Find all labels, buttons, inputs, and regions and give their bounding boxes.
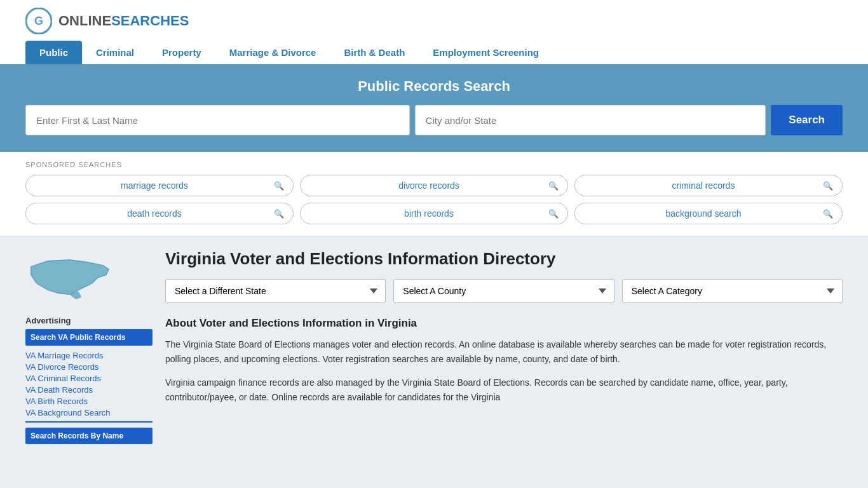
search-va-public-records-button[interactable]: Search VA Public Records bbox=[25, 329, 153, 346]
sidebar-link[interactable]: VA Marriage Records bbox=[25, 351, 153, 360]
sponsored-label: SPONSORED SEARCHES bbox=[25, 161, 843, 168]
pill-text: background search bbox=[584, 208, 823, 219]
sidebar-link[interactable]: VA Background Search bbox=[25, 408, 153, 417]
logo-area: G ONLINESEARCHES bbox=[25, 8, 843, 34]
sidebar-link[interactable]: VA Divorce Records bbox=[25, 362, 153, 372]
sidebar-link[interactable]: VA Death Records bbox=[25, 385, 153, 395]
nav-item-property[interactable]: Property bbox=[148, 41, 215, 64]
section1-title: About Voter and Elections Information in… bbox=[165, 317, 843, 330]
sidebar-link[interactable]: VA Criminal Records bbox=[25, 374, 153, 383]
svg-marker-2 bbox=[31, 260, 109, 294]
search-pill[interactable]: death records🔍 bbox=[25, 203, 294, 224]
logo-text: ONLINESEARCHES bbox=[58, 13, 189, 29]
search-icon: 🔍 bbox=[823, 209, 833, 219]
dropdowns-row: Select a Different State Select A County… bbox=[165, 279, 843, 303]
pill-text: criminal records bbox=[584, 180, 823, 191]
main-nav: PublicCriminalPropertyMarriage & Divorce… bbox=[25, 41, 843, 64]
search-icon: 🔍 bbox=[548, 209, 559, 219]
nav-item-criminal[interactable]: Criminal bbox=[82, 41, 148, 64]
page-title: Virginia Voter and Elections Information… bbox=[165, 249, 843, 269]
logo-searches: SEARCHES bbox=[111, 13, 189, 29]
main-content: Advertising Search VA Public Records VA … bbox=[0, 236, 868, 457]
hero-title: Public Records Search bbox=[25, 78, 843, 95]
nav-item-birth---death[interactable]: Birth & Death bbox=[330, 41, 419, 64]
category-dropdown[interactable]: Select A Category bbox=[622, 279, 843, 303]
search-icon: 🔍 bbox=[274, 209, 284, 219]
sidebar-separator bbox=[25, 421, 153, 423]
sidebar: Advertising Search VA Public Records VA … bbox=[25, 249, 153, 444]
pill-text: divorce records bbox=[309, 180, 548, 191]
location-search-input[interactable] bbox=[415, 105, 766, 135]
nav-item-employment-screening[interactable]: Employment Screening bbox=[419, 41, 553, 64]
hero-banner: Public Records Search Search bbox=[0, 64, 868, 152]
virginia-map bbox=[25, 249, 114, 306]
search-records-by-name-button[interactable]: Search Records By Name bbox=[25, 428, 153, 444]
search-icon: 🔍 bbox=[274, 181, 284, 191]
sidebar-link[interactable]: VA Birth Records bbox=[25, 396, 153, 406]
name-search-input[interactable] bbox=[25, 105, 410, 135]
paragraph1: The Virginia State Board of Elections ma… bbox=[165, 337, 843, 367]
pill-text: marriage records bbox=[35, 180, 274, 191]
nav-item-public[interactable]: Public bbox=[25, 41, 82, 64]
sponsored-section: SPONSORED SEARCHES marriage records🔍divo… bbox=[0, 152, 868, 236]
search-pill[interactable]: divorce records🔍 bbox=[300, 175, 568, 196]
nav-item-marriage---divorce[interactable]: Marriage & Divorce bbox=[215, 41, 330, 64]
logo-online: ONLINE bbox=[58, 13, 111, 29]
search-icon: 🔍 bbox=[548, 181, 559, 191]
search-pill[interactable]: criminal records🔍 bbox=[574, 175, 843, 196]
state-dropdown[interactable]: Select a Different State bbox=[165, 279, 386, 303]
pill-text: death records bbox=[35, 208, 274, 219]
search-pill[interactable]: birth records🔍 bbox=[300, 203, 568, 224]
search-pills: marriage records🔍divorce records🔍crimina… bbox=[25, 175, 843, 224]
search-icon: 🔍 bbox=[823, 181, 833, 191]
search-pill[interactable]: marriage records🔍 bbox=[25, 175, 294, 196]
paragraph2: Virginia campaign finance records are al… bbox=[165, 376, 843, 405]
pill-text: birth records bbox=[309, 208, 548, 219]
search-pill[interactable]: background search🔍 bbox=[574, 203, 843, 224]
logo-icon: G bbox=[25, 8, 52, 34]
county-dropdown[interactable]: Select A County bbox=[393, 279, 614, 303]
content-area: Virginia Voter and Elections Information… bbox=[165, 249, 843, 444]
svg-text:G: G bbox=[34, 15, 43, 27]
search-bar: Search bbox=[25, 105, 843, 135]
advertising-label: Advertising bbox=[25, 316, 153, 325]
search-button[interactable]: Search bbox=[771, 105, 843, 135]
header: G ONLINESEARCHES PublicCriminalPropertyM… bbox=[0, 0, 868, 64]
